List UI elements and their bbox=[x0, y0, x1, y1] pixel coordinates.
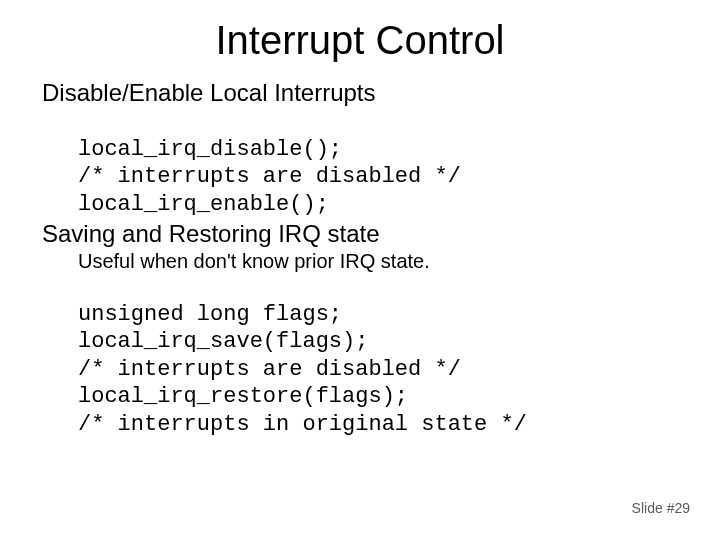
code-block-2: unsigned long flags; local_irq_save(flag… bbox=[78, 273, 678, 438]
section-note: Useful when don't know prior IRQ state. bbox=[78, 250, 678, 273]
code-line: local_irq_save(flags); bbox=[78, 329, 368, 354]
code-line: local_irq_restore(flags); bbox=[78, 384, 408, 409]
code-line: local_irq_disable(); bbox=[78, 137, 342, 162]
code-line: /* interrupts are disabled */ bbox=[78, 357, 461, 382]
slide-number: Slide #29 bbox=[632, 500, 690, 516]
code-line: /* interrupts in original state */ bbox=[78, 412, 527, 437]
section-heading-2: Saving and Restoring IRQ state bbox=[42, 220, 678, 248]
code-block-1: local_irq_disable(); /* interrupts are d… bbox=[78, 108, 678, 218]
slide: Interrupt Control Disable/Enable Local I… bbox=[0, 0, 720, 540]
slide-body: Disable/Enable Local Interrupts local_ir… bbox=[0, 79, 720, 438]
code-line: unsigned long flags; bbox=[78, 302, 342, 327]
section-heading-1: Disable/Enable Local Interrupts bbox=[42, 79, 678, 107]
code-line: local_irq_enable(); bbox=[78, 192, 329, 217]
slide-title: Interrupt Control bbox=[0, 0, 720, 77]
code-line: /* interrupts are disabled */ bbox=[78, 164, 461, 189]
